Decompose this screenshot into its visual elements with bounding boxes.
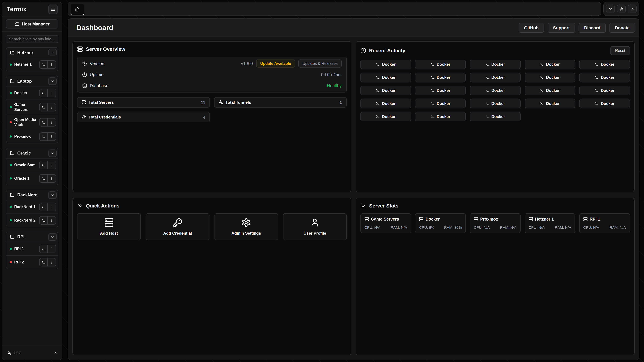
dots-vertical-icon xyxy=(50,120,54,124)
host-menu-button[interactable] xyxy=(48,203,56,211)
open-terminal-button[interactable] xyxy=(40,245,48,253)
host-menu-button[interactable] xyxy=(48,217,56,224)
activity-item[interactable]: Docker xyxy=(524,60,575,69)
collapse-up-button[interactable] xyxy=(628,4,636,13)
host-menu-button[interactable] xyxy=(48,161,56,169)
collapse-down-button[interactable] xyxy=(606,4,615,13)
activity-item[interactable]: Docker xyxy=(415,99,466,108)
host-manager-button[interactable]: Host Manager xyxy=(6,19,58,28)
open-terminal-button[interactable] xyxy=(40,89,48,97)
github-button[interactable]: GitHub xyxy=(519,23,544,33)
activity-item[interactable]: Docker xyxy=(470,86,520,95)
open-terminal-button[interactable] xyxy=(40,217,48,224)
host-menu-button[interactable] xyxy=(48,118,56,126)
activity-item[interactable]: Docker xyxy=(470,112,520,121)
host-menu-button[interactable] xyxy=(48,245,56,253)
group-header[interactable]: Oracle xyxy=(6,148,58,158)
host-row[interactable]: Proxmox xyxy=(6,130,58,143)
chevron-up-icon xyxy=(53,351,57,355)
activity-item[interactable]: Docker xyxy=(524,99,575,108)
update-available-badge[interactable]: Update Available xyxy=(256,59,295,67)
host-row[interactable]: RackNerd 2 xyxy=(6,214,58,227)
tools-button[interactable] xyxy=(617,4,626,13)
dots-vertical-icon xyxy=(50,260,54,264)
add-host-button[interactable]: Add Host xyxy=(77,213,141,240)
open-terminal-button[interactable] xyxy=(40,61,48,68)
host-label: RPI 1 xyxy=(14,246,37,251)
discord-button[interactable]: Discord xyxy=(579,23,606,33)
open-terminal-button[interactable] xyxy=(40,133,48,140)
activity-item[interactable]: Docker xyxy=(524,73,575,82)
activity-item[interactable]: Docker xyxy=(470,60,520,69)
group-collapse-button[interactable] xyxy=(48,191,57,199)
stat-server-name: Game Servers xyxy=(371,217,399,222)
group-collapse-button[interactable] xyxy=(48,233,57,241)
activity-item[interactable]: Docker xyxy=(579,60,630,69)
add-credential-button[interactable]: Add Credential xyxy=(146,213,209,240)
open-terminal-button[interactable] xyxy=(40,258,48,266)
open-terminal-button[interactable] xyxy=(40,118,48,126)
host-row[interactable]: Oracle 1 xyxy=(6,172,58,185)
host-row[interactable]: Open Media Vault xyxy=(6,115,58,130)
user-profile-button[interactable]: User Profile xyxy=(283,213,347,240)
group-header[interactable]: RPI xyxy=(6,232,58,242)
host-row[interactable]: RPI 1 xyxy=(6,242,58,255)
group-collapse-button[interactable] xyxy=(48,49,57,56)
host-row[interactable]: Docker xyxy=(6,86,58,99)
donate-button[interactable]: Donate xyxy=(610,23,635,33)
server-stat-card: Hetzner 1 CPU: N/A RAM: N/A xyxy=(524,213,575,233)
activity-item[interactable]: Docker xyxy=(360,86,411,95)
open-terminal-button[interactable] xyxy=(40,175,48,182)
activity-item[interactable]: Docker xyxy=(579,86,630,95)
terminal-icon xyxy=(376,89,380,92)
activity-item[interactable]: Docker xyxy=(360,60,411,69)
host-row[interactable]: RPI 2 xyxy=(6,255,58,269)
terminal-icon xyxy=(42,163,45,167)
host-menu-button[interactable] xyxy=(48,89,56,97)
open-terminal-button[interactable] xyxy=(40,161,48,169)
group-header[interactable]: Laptop xyxy=(6,76,58,86)
host-row[interactable]: Oracle Sam xyxy=(6,158,58,172)
activity-item[interactable]: Docker xyxy=(360,112,411,121)
open-terminal-button[interactable] xyxy=(40,103,48,111)
tab-home[interactable] xyxy=(71,4,84,15)
activity-label: Docker xyxy=(546,101,560,106)
group-collapse-button[interactable] xyxy=(48,77,57,85)
activity-item[interactable]: Docker xyxy=(524,86,575,95)
activity-item[interactable]: Docker xyxy=(579,99,630,108)
activity-item[interactable]: Docker xyxy=(579,73,630,82)
host-menu-button[interactable] xyxy=(48,103,56,111)
activity-item[interactable]: Docker xyxy=(360,73,411,82)
host-row[interactable]: Game Servers xyxy=(6,99,58,115)
user-icon xyxy=(7,351,12,355)
host-row[interactable]: RackNerd 1 xyxy=(6,200,58,214)
activity-item[interactable]: Docker xyxy=(470,73,520,82)
user-menu[interactable]: test xyxy=(2,346,62,360)
activity-item[interactable]: Docker xyxy=(470,99,520,108)
host-menu-button[interactable] xyxy=(48,175,56,182)
support-button[interactable]: Support xyxy=(548,23,575,33)
hamburger-menu-button[interactable] xyxy=(48,4,58,14)
terminal-icon xyxy=(540,102,544,105)
activity-item[interactable]: Docker xyxy=(415,60,466,69)
host-menu-button[interactable] xyxy=(48,133,56,140)
group-header[interactable]: RackNerd xyxy=(6,190,58,200)
group-header[interactable]: Hetzner xyxy=(6,48,58,58)
host-menu-button[interactable] xyxy=(48,61,56,68)
open-terminal-button[interactable] xyxy=(40,203,48,211)
chevron-down-icon xyxy=(51,151,54,155)
search-input[interactable] xyxy=(6,35,58,43)
activity-item[interactable]: Docker xyxy=(415,112,466,121)
activity-label: Docker xyxy=(382,101,396,106)
host-row[interactable]: Hetzner 1 xyxy=(6,58,58,71)
host-menu-button[interactable] xyxy=(48,258,56,266)
admin-settings-button[interactable]: Admin Settings xyxy=(214,213,278,240)
activity-label: Docker xyxy=(492,114,505,119)
activity-item[interactable]: Docker xyxy=(360,99,411,108)
reset-button[interactable]: Reset xyxy=(610,46,630,55)
total-credentials-cell: Total Credentials 4 xyxy=(77,112,210,122)
group-collapse-button[interactable] xyxy=(48,149,57,157)
updates-releases-button[interactable]: Updates & Releases xyxy=(298,59,342,67)
activity-item[interactable]: Docker xyxy=(415,86,466,95)
activity-item[interactable]: Docker xyxy=(415,73,466,82)
